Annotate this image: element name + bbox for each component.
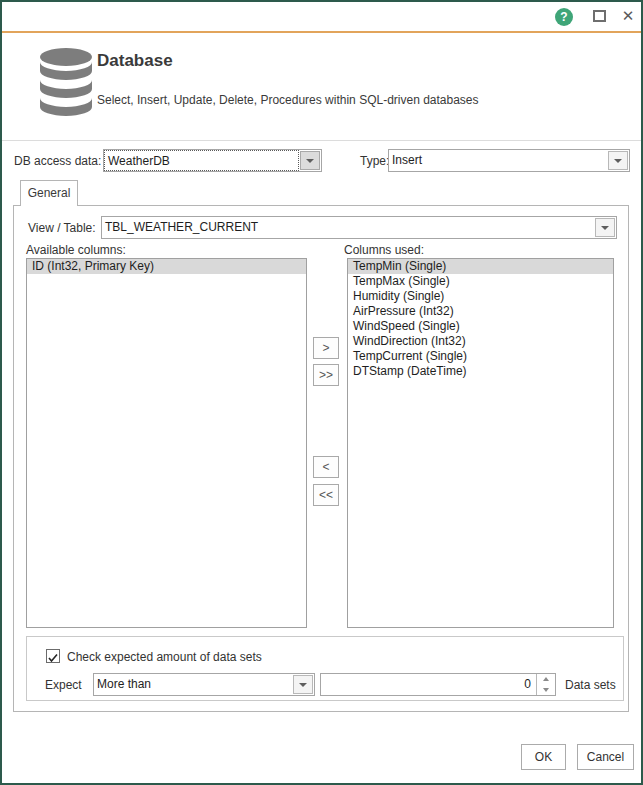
ok-button[interactable]: OK <box>521 744 566 770</box>
type-label: Type: <box>360 154 389 168</box>
tab-page-general: View / Table: TBL_WEATHER_CURRENT Availa… <box>13 205 629 712</box>
expect-comparison-value: More than <box>94 674 292 695</box>
view-table-combo[interactable]: TBL_WEATHER_CURRENT <box>101 216 617 239</box>
data-sets-count-value: 0 <box>321 674 536 695</box>
type-combo[interactable]: Insert <box>388 149 630 172</box>
list-item[interactable]: DTStamp (DateTime) <box>348 364 613 379</box>
chevron-down-icon <box>299 683 307 687</box>
type-value: Insert <box>389 150 607 171</box>
expect-dropdown-arrow[interactable] <box>293 675 313 694</box>
view-table-label: View / Table: <box>28 221 96 235</box>
chevron-down-icon <box>614 159 622 163</box>
database-dialog: ? ✕ Database Select, Insert, Update, Del… <box>0 0 643 785</box>
page-subtitle: Select, Insert, Update, Delete, Procedur… <box>97 93 479 107</box>
add-all-columns-button[interactable]: >> <box>313 364 339 386</box>
close-icon[interactable]: ✕ <box>619 6 637 26</box>
view-table-value: TBL_WEATHER_CURRENT <box>102 217 594 238</box>
db-access-value: WeatherDB <box>104 150 299 171</box>
db-access-label: DB access data: <box>14 154 101 168</box>
accent-line <box>2 31 641 33</box>
view-table-dropdown-arrow[interactable] <box>595 218 615 237</box>
add-column-button[interactable]: > <box>313 337 339 359</box>
chevron-down-icon <box>601 226 609 230</box>
list-item[interactable]: Humidity (Single) <box>348 289 613 304</box>
spinner-down-button[interactable] <box>537 685 555 696</box>
cancel-button[interactable]: Cancel <box>577 744 634 770</box>
chevron-down-icon <box>543 688 549 692</box>
columns-used-label: Columns used: <box>344 243 424 257</box>
spinner <box>536 674 555 695</box>
checkmark-icon <box>47 652 59 664</box>
header-divider <box>2 140 641 141</box>
spinner-up-button[interactable] <box>537 674 555 685</box>
expect-comparison-combo[interactable]: More than <box>93 673 315 696</box>
expected-group: Check expected amount of data sets Expec… <box>26 636 624 701</box>
available-columns-list[interactable]: ID (Int32, Primary Key) <box>26 258 307 628</box>
list-item[interactable]: TempCurrent (Single) <box>348 349 613 364</box>
list-item[interactable]: AirPressure (Int32) <box>348 304 613 319</box>
help-icon[interactable]: ? <box>555 8 573 26</box>
list-item[interactable]: TempMin (Single) <box>348 259 613 274</box>
remove-all-columns-button[interactable]: << <box>313 484 339 506</box>
data-sets-label: Data sets <box>565 678 616 692</box>
list-item[interactable]: WindDirection (Int32) <box>348 334 613 349</box>
chevron-down-icon <box>306 159 314 163</box>
tab-general[interactable]: General <box>20 180 78 206</box>
db-access-combo[interactable]: WeatherDB <box>103 149 322 172</box>
remove-column-button[interactable]: < <box>313 456 339 478</box>
page-title: Database <box>97 51 173 71</box>
check-expected-label: Check expected amount of data sets <box>67 650 262 664</box>
maximize-icon[interactable] <box>593 10 606 22</box>
titlebar: ? ✕ <box>2 2 641 31</box>
available-columns-label: Available columns: <box>26 243 126 257</box>
expect-label: Expect <box>45 678 82 692</box>
check-expected-checkbox[interactable] <box>46 649 60 663</box>
type-dropdown-arrow[interactable] <box>608 151 628 170</box>
db-access-dropdown-arrow[interactable] <box>300 151 320 170</box>
database-icon <box>38 47 94 123</box>
chevron-up-icon <box>543 677 549 681</box>
list-item[interactable]: TempMax (Single) <box>348 274 613 289</box>
columns-used-list[interactable]: TempMin (Single)TempMax (Single)Humidity… <box>347 258 614 628</box>
list-item[interactable]: WindSpeed (Single) <box>348 319 613 334</box>
data-sets-count-field[interactable]: 0 <box>320 673 556 696</box>
list-item[interactable]: ID (Int32, Primary Key) <box>27 259 306 274</box>
